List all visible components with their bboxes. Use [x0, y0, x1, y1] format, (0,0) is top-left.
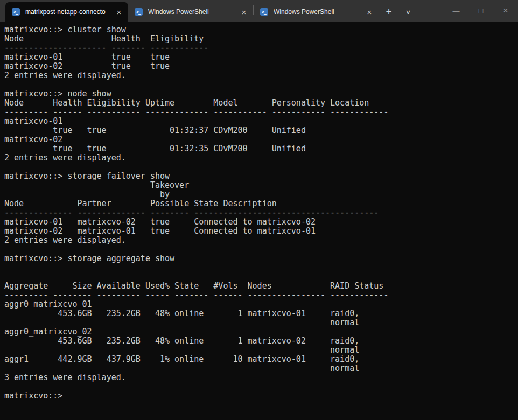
tab-windows-powershell-2[interactable]: >_ Windows PowerShell × — [254, 2, 379, 22]
terminal-pane[interactable]: matrixcvo::> cluster show Node Health El… — [0, 22, 518, 420]
close-window-button[interactable]: × — [493, 0, 518, 22]
terminal-output[interactable]: matrixcvo::> cluster show Node Health El… — [0, 22, 518, 404]
maximize-button[interactable]: □ — [468, 0, 493, 22]
powershell-icon: >_ — [12, 8, 20, 16]
tab-windows-powershell-1[interactable]: >_ Windows PowerShell × — [128, 2, 253, 22]
tab-title: matrixpost-netapp-connecto — [25, 8, 112, 16]
window-controls: — □ × — [444, 0, 518, 22]
powershell-icon: >_ — [260, 8, 268, 16]
close-tab-icon[interactable]: × — [362, 5, 376, 19]
powershell-icon: >_ — [135, 8, 143, 16]
close-tab-icon[interactable]: × — [112, 5, 126, 19]
tab-dropdown-button[interactable]: ∨ — [396, 2, 421, 22]
tab-title: Windows PowerShell — [274, 8, 362, 16]
tab-matrixpost-netapp-connector[interactable]: >_ matrixpost-netapp-connecto × — [5, 2, 128, 22]
close-tab-icon[interactable]: × — [237, 5, 251, 19]
titlebar: >_ matrixpost-netapp-connecto × >_ Windo… — [0, 0, 518, 22]
minimize-button[interactable]: — — [444, 0, 468, 22]
tab-title: Windows PowerShell — [148, 8, 237, 16]
